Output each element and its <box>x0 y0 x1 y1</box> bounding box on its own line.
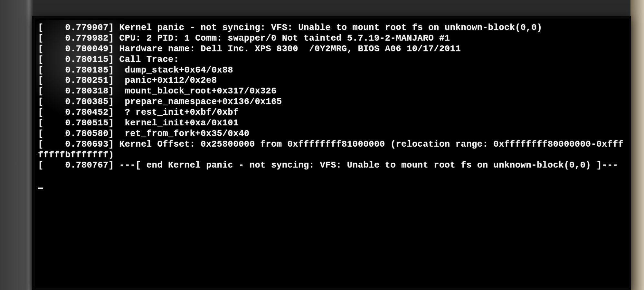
cursor <box>38 188 43 189</box>
console-line: [ 0.780185] dump_stack+0x64/0x88 <box>38 65 624 76</box>
console-line: [ 0.780580] ret_from_fork+0x35/0x40 <box>38 129 624 139</box>
console-line: [ 0.780385] prepare_namespace+0x136/0x16… <box>38 97 624 107</box>
monitor-bezel: [ 0.779907] Kernel panic - not syncing: … <box>32 16 631 290</box>
console-line: [ 0.780767] ---[ end Kernel panic - not … <box>38 160 624 171</box>
monitor-screen: [ 0.779907] Kernel panic - not syncing: … <box>36 20 627 286</box>
console-line: [ 0.780693] Kernel Offset: 0x25800000 fr… <box>38 139 624 160</box>
console-line: [ 0.780251] panic+0x112/0x2e8 <box>38 75 624 86</box>
console-line: [ 0.780115] Call Trace: <box>38 54 624 65</box>
console-line: [ 0.780452] ? rest_init+0xbf/0xbf <box>38 107 624 118</box>
console-line: [ 0.780049] Hardware name: Dell Inc. XPS… <box>38 44 624 54</box>
photo-scene: [ 0.779907] Kernel panic - not syncing: … <box>0 0 644 290</box>
kernel-panic-console: [ 0.779907] Kernel panic - not syncing: … <box>36 20 627 286</box>
console-line: [ 0.780318] mount_block_root+0x317/0x326 <box>38 86 624 97</box>
console-line: [ 0.779982] CPU: 2 PID: 1 Comm: swapper/… <box>38 33 624 44</box>
console-line: [ 0.780515] kernel_init+0xa/0x101 <box>38 118 624 129</box>
console-line: [ 0.779907] Kernel panic - not syncing: … <box>38 23 624 33</box>
